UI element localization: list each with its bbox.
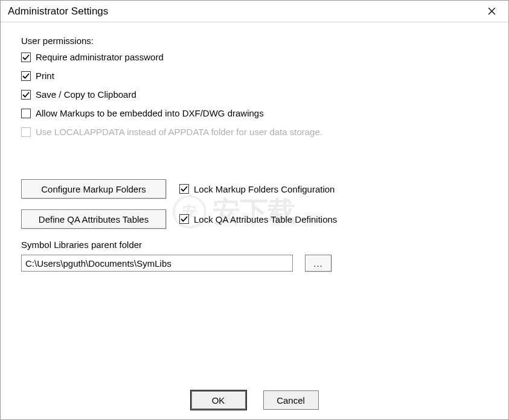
define-qa-attributes-button[interactable]: Define QA Attributes Tables <box>21 209 166 229</box>
checkmark-icon <box>22 72 30 80</box>
ok-button[interactable]: OK <box>191 390 246 410</box>
markup-config-row: Configure Markup Folders Lock Markup Fol… <box>21 179 488 199</box>
checkbox-lock-markup[interactable] <box>179 184 189 194</box>
checkbox-print[interactable] <box>21 71 31 81</box>
checkbox-use-localappdata-label: Use LOCALAPPDATA instead of APPDATA fold… <box>36 127 322 137</box>
checkbox-allow-markups-label: Allow Markups to be embedded into DXF/DW… <box>36 108 264 118</box>
checkbox-allow-markups[interactable] <box>21 109 31 118</box>
checkbox-row-use-localappdata: Use LOCALAPPDATA instead of APPDATA fold… <box>21 127 488 137</box>
configure-markup-folders-button[interactable]: Configure Markup Folders <box>21 179 166 199</box>
checkbox-row-lock-markup: Lock Markup Folders Configuration <box>179 184 335 194</box>
checkbox-row-require-password: Require administrator password <box>21 52 488 62</box>
checkmark-icon <box>181 185 188 192</box>
checkmark-icon <box>22 91 30 98</box>
titlebar: Administrator Settings <box>1 1 508 22</box>
spacer <box>21 145 488 173</box>
dialog-footer: OK Cancel <box>1 390 508 410</box>
symbol-libraries-input[interactable] <box>21 255 293 272</box>
checkbox-row-lock-qa: Lock QA Attributes Table Definitions <box>179 214 337 224</box>
symbol-libraries-row: ... <box>21 255 488 272</box>
checkbox-require-password[interactable] <box>21 52 31 62</box>
browse-button[interactable]: ... <box>305 255 331 272</box>
content-area: User permissions: Require administrator … <box>1 22 508 272</box>
user-permissions-label: User permissions: <box>21 36 488 46</box>
checkbox-row-save-copy: Save / Copy to Clipboard <box>21 89 488 100</box>
checkbox-print-label: Print <box>36 71 54 81</box>
checkbox-lock-qa[interactable] <box>179 214 189 224</box>
checkbox-lock-qa-label: Lock QA Attributes Table Definitions <box>194 214 337 224</box>
checkmark-icon <box>22 54 30 61</box>
checkbox-use-localappdata <box>21 127 31 137</box>
symbol-libraries-label: Symbol Libraries parent folder <box>21 240 488 250</box>
window-title: Administrator Settings <box>8 5 108 18</box>
checkbox-save-copy[interactable] <box>21 90 31 100</box>
checkbox-row-allow-markups: Allow Markups to be embedded into DXF/DW… <box>21 108 488 118</box>
dialog-window: Administrator Settings 安安下载 User permiss… <box>0 0 509 420</box>
checkbox-require-password-label: Require administrator password <box>36 52 164 62</box>
cancel-button[interactable]: Cancel <box>263 390 319 410</box>
checkmark-icon <box>181 215 188 223</box>
qa-attributes-row: Define QA Attributes Tables Lock QA Attr… <box>21 209 488 229</box>
checkbox-row-print: Print <box>21 71 488 81</box>
close-icon <box>488 7 496 15</box>
checkbox-save-copy-label: Save / Copy to Clipboard <box>36 89 136 100</box>
checkbox-lock-markup-label: Lock Markup Folders Configuration <box>194 184 335 194</box>
close-button[interactable] <box>483 3 500 20</box>
